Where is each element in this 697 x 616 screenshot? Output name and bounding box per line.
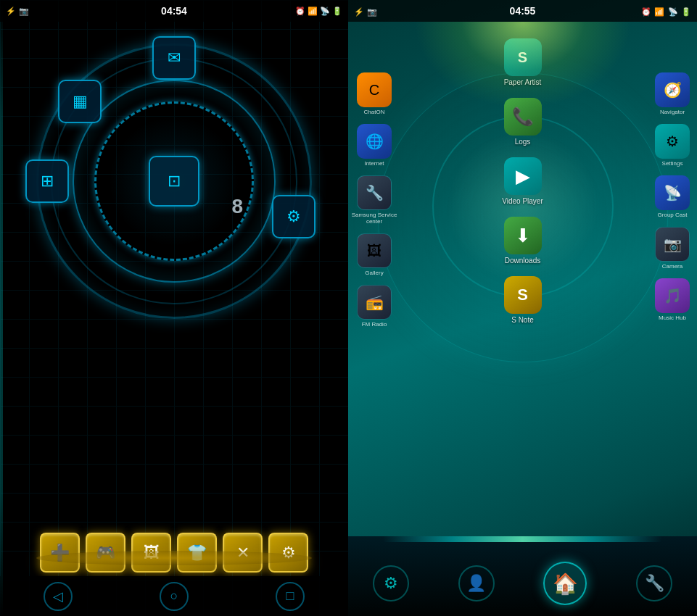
bnav-home[interactable]: 🏠 (543, 562, 587, 605)
center-apps-column: S Paper Artist 📞 Logs ▶ Video Player ⬇ D… (406, 33, 639, 330)
group-cast-icon: 📡 (655, 175, 690, 210)
status-bar-right: ⚡ 📷 04:55 ⏰ 📶 📡 🔋 (348, 0, 697, 22)
customize-symbol: ⚙ (384, 574, 398, 593)
app-row-4: ⬇ Downloads (406, 211, 639, 270)
bnav-home-icon: 🏠 (543, 562, 587, 605)
bnav-person[interactable]: 👤 (458, 565, 495, 602)
photo-icon: 📷 (19, 7, 29, 16)
right-wifi-icon: 📶 (654, 7, 664, 16)
samsung-service-icon: 🔧 (357, 175, 392, 210)
settings-right-icon: ⚙ (655, 124, 690, 159)
logs-label: Logs (515, 138, 531, 146)
alarm-icon: ⏰ (295, 7, 305, 16)
camera-label: Camera (662, 263, 682, 270)
bnav-wrench-icon: 🔧 (636, 565, 672, 602)
right-photo-icon: 📷 (367, 7, 377, 16)
logs-icon: 📞 (504, 98, 542, 136)
paper-artist-icon: S (504, 38, 542, 76)
app-navigator[interactable]: 🧭 Navigator (648, 72, 697, 115)
wifi-icon: 📶 (308, 7, 318, 16)
bnav-person-icon: 👤 (458, 565, 495, 602)
paper-artist-label: Paper Artist (504, 78, 542, 86)
downloads-label: Downloads (505, 257, 540, 265)
downloads-icon: ⬇ (504, 217, 542, 254)
settings-right-label: Settings (662, 160, 683, 167)
home-symbol: 🏠 (553, 572, 578, 596)
app-row-2: 📞 Logs (406, 92, 639, 151)
status-bar-left: ⚡ 📷 04:54 ⏰ 📶 📡 🔋 (0, 0, 348, 22)
chaton-label: ChatON (364, 109, 385, 115)
nav-menu-button[interactable]: □ (276, 582, 305, 611)
app-row-1: S Paper Artist (406, 33, 639, 92)
right-side-column: 🧭 Navigator ⚙ Settings 📡 Group Cast 📷 Ca… (648, 72, 697, 321)
right-status-icons-left: ⏰ 📶 📡 🔋 (295, 7, 342, 16)
right-status-icons-right: ⏰ 📶 📡 🔋 (641, 4, 691, 17)
battery-icon: 🔋 (332, 7, 342, 16)
bnav-wrench[interactable]: 🔧 (636, 565, 672, 602)
app-chaton[interactable]: C ChatON (350, 72, 399, 115)
group-cast-label: Group Cast (658, 212, 688, 218)
app-row-5: S S Note (406, 270, 639, 330)
gallery-label: Gallery (365, 270, 383, 276)
left-panel: ⚡ 📷 04:54 ⏰ 📶 📡 🔋 ✉ ▦ ⊞ ⊡ ⚙ 8 ➕ 🎮 🖼 👕 (0, 0, 348, 616)
video-player-icon: ▶ (504, 157, 542, 195)
app-internet[interactable]: 🌐 Internet (350, 124, 399, 167)
right-signal-icon: 📡 (668, 7, 678, 16)
app-gallery[interactable]: 🖼 Gallery (350, 233, 399, 276)
right-panel: ⚡ 📷 04:55 ⏰ 📶 📡 🔋 C ChatON 🌐 Internet 🔧 … (348, 0, 697, 616)
video-player-label: Video Player (502, 197, 543, 205)
hud-center-icon[interactable]: ⊡ (149, 156, 199, 207)
wrench-symbol: 🔧 (645, 574, 664, 593)
hud-number: 8 (231, 195, 243, 218)
app-downloads[interactable]: ⬇ Downloads (504, 217, 542, 265)
hud-calendar-icon[interactable]: ▦ (58, 80, 102, 123)
signal-icon: 📡 (320, 7, 330, 16)
dock-platform (36, 551, 312, 565)
app-group-cast[interactable]: 📡 Group Cast (648, 175, 697, 218)
s-note-label: S Note (511, 316, 534, 324)
navigator-icon: 🧭 (655, 72, 690, 107)
app-paper-artist[interactable]: S Paper Artist (504, 38, 542, 86)
hud-settings-icon[interactable]: ⚙ (272, 195, 315, 238)
bottom-nav-strip (383, 536, 662, 542)
app-samsung-service[interactable]: 🔧 Samsung Service center (350, 175, 399, 225)
bnav-customize[interactable]: ⚙ (373, 565, 409, 602)
right-left-status-icons: ⚡ 📷 (354, 4, 377, 17)
fm-radio-icon: 📻 (357, 285, 392, 320)
left-side-column: C ChatON 🌐 Internet 🔧 Samsung Service ce… (350, 72, 399, 328)
right-battery-icon: 🔋 (681, 7, 691, 16)
bnav-customize-icon: ⚙ (373, 565, 409, 602)
app-s-note[interactable]: S S Note (504, 276, 542, 324)
left-status-icons: ⚡ 📷 (6, 7, 29, 16)
right-bottom-bar: ⚙ 👤 🏠 🔧 (348, 536, 697, 616)
left-time: 04:54 (161, 5, 187, 17)
app-fm-radio[interactable]: 📻 FM Radio (350, 285, 399, 328)
right-time: 04:55 (510, 5, 536, 17)
app-logs[interactable]: 📞 Logs (504, 98, 542, 146)
music-label: Music Hub (659, 315, 686, 321)
app-row-3: ▶ Video Player (406, 151, 639, 211)
s-note-icon: S (504, 276, 542, 314)
hud-display: ✉ ▦ ⊞ ⊡ ⚙ 8 (36, 43, 312, 319)
app-music[interactable]: 🎵 Music Hub (648, 278, 697, 321)
nav-back-button[interactable]: ◁ (44, 582, 73, 611)
left-bottom-nav: ◁ ○ □ (0, 576, 348, 616)
internet-icon: 🌐 (357, 124, 392, 159)
nav-home-button[interactable]: ○ (160, 582, 189, 611)
navigator-label: Navigator (660, 109, 685, 115)
app-camera[interactable]: 📷 Camera (648, 227, 697, 270)
chaton-icon: C (357, 72, 392, 107)
app-settings-right[interactable]: ⚙ Settings (648, 124, 697, 167)
person-symbol: 👤 (466, 574, 486, 593)
samsung-service-label: Samsung Service center (351, 212, 398, 225)
hud-calculator-icon[interactable]: ⊞ (25, 159, 69, 203)
app-video-player[interactable]: ▶ Video Player (502, 157, 543, 205)
usb-icon: ⚡ (6, 7, 16, 16)
internet-label: Internet (364, 160, 384, 167)
camera-icon: 📷 (655, 227, 690, 262)
fm-radio-label: FM Radio (362, 321, 387, 328)
music-icon: 🎵 (655, 278, 690, 313)
right-usb-icon: ⚡ (354, 7, 364, 16)
hud-email-icon[interactable]: ✉ (152, 36, 196, 80)
right-alarm-icon: ⏰ (641, 7, 651, 16)
